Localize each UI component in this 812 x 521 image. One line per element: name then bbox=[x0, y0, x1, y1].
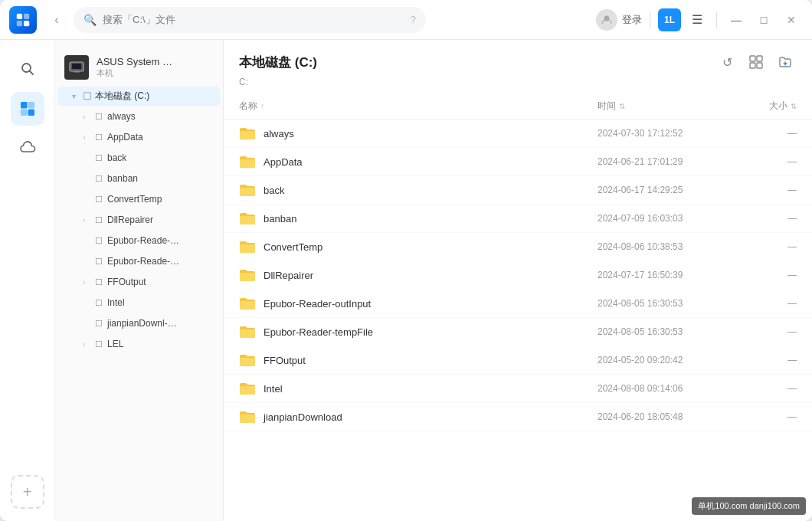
sort-size-icon: ⇅ bbox=[791, 102, 797, 110]
svg-rect-2 bbox=[17, 20, 22, 25]
sidebar-search-btn[interactable] bbox=[11, 52, 44, 86]
maximize-button[interactable]: □ bbox=[752, 8, 775, 31]
tree-expand-icon bbox=[78, 317, 90, 329]
close-button[interactable]: ✕ bbox=[780, 8, 803, 31]
icon-btn-1l[interactable]: 1L bbox=[658, 8, 681, 31]
tree-item[interactable]: ☐jianpianDownl-… bbox=[69, 313, 220, 333]
tree-file-icon: ☐ bbox=[93, 255, 105, 267]
col-size[interactable]: 大小 ⇅ bbox=[735, 100, 797, 113]
folder-action-btn[interactable] bbox=[774, 51, 797, 74]
folder-icon bbox=[239, 183, 256, 197]
file-row[interactable]: AppData2024-06-21 17:01:29— bbox=[224, 148, 812, 176]
file-row[interactable]: ConvertTemp2024-08-06 10:38:53— bbox=[224, 233, 812, 261]
search-input[interactable] bbox=[103, 14, 404, 25]
file-row[interactable]: DllRepairer2024-07-17 16:50:39— bbox=[224, 261, 812, 290]
sidebar-cloud-btn[interactable] bbox=[11, 132, 44, 165]
file-list-title-actions: ↺ bbox=[715, 51, 797, 74]
file-time: 2024-08-06 10:38:53 bbox=[598, 241, 735, 252]
view-grid-btn[interactable] bbox=[745, 51, 768, 74]
search-bar: 🔍 ? bbox=[74, 7, 426, 33]
tree-label: ConvertTemp bbox=[107, 194, 162, 205]
file-tree-panel: ASUS System … 本机 ▾ ☐ 本地磁盘 (C:) ›☐always›… bbox=[55, 40, 224, 521]
folder-icon bbox=[239, 155, 256, 169]
tree-file-icon: ☐ bbox=[93, 317, 105, 329]
drive-title: 本地磁盘 (C:) bbox=[239, 54, 317, 71]
file-row[interactable]: Epubor-Reader-outInput2024-08-05 16:30:5… bbox=[224, 290, 812, 318]
tree-children: ›☐always›☐AppData☐back☐banban☐ConvertTem… bbox=[55, 106, 223, 354]
file-row[interactable]: FFOutput2024-05-20 09:20:42— bbox=[224, 346, 812, 375]
tree-label: FFOutput bbox=[107, 277, 146, 287]
tree-item[interactable]: ☐banban bbox=[69, 169, 220, 188]
tree-item[interactable]: ☐Epubor-Reade-… bbox=[69, 231, 220, 251]
tree-item[interactable]: ›☐always bbox=[69, 106, 220, 126]
svg-rect-13 bbox=[74, 71, 80, 73]
login-label[interactable]: 登录 bbox=[622, 13, 642, 27]
tree-expand-icon: › bbox=[78, 214, 90, 226]
tree-item[interactable]: ›☐DllRepairer bbox=[69, 210, 220, 230]
tree-expand-icon: › bbox=[78, 110, 90, 123]
disk-expand-icon: ▾ bbox=[67, 90, 80, 103]
svg-rect-12 bbox=[72, 64, 81, 69]
user-area[interactable]: 登录 bbox=[596, 9, 642, 31]
tree-item[interactable]: ☐Epubor-Reade-… bbox=[69, 251, 220, 271]
file-row-name: Intel bbox=[239, 382, 598, 395]
file-row[interactable]: Intel2024-08-08 09:14:06— bbox=[224, 375, 812, 403]
file-size: — bbox=[735, 270, 797, 280]
nav-back-button[interactable]: ‹ bbox=[46, 9, 67, 31]
tree-item[interactable]: ☐Intel bbox=[69, 293, 220, 313]
tree-label: LEL bbox=[107, 339, 123, 349]
sidebar-desktop-btn[interactable] bbox=[11, 92, 44, 126]
file-list-title: 本地磁盘 (C:) ↺ bbox=[239, 51, 797, 74]
file-row[interactable]: banban2024-07-09 16:03:03— bbox=[224, 205, 812, 233]
file-time: 2024-07-09 16:03:03 bbox=[598, 213, 735, 224]
device-icon bbox=[64, 55, 89, 80]
search-help-icon[interactable]: ? bbox=[411, 14, 416, 25]
file-size: — bbox=[735, 156, 797, 167]
svg-rect-0 bbox=[17, 13, 22, 18]
file-row-name: back bbox=[239, 183, 598, 197]
disk-icon: ☐ bbox=[83, 90, 92, 102]
refresh-btn[interactable]: ↺ bbox=[715, 51, 738, 74]
folder-icon bbox=[239, 297, 256, 310]
svg-rect-15 bbox=[757, 56, 762, 61]
file-row[interactable]: Epubor-Reader-tempFile2024-08-05 16:30:5… bbox=[224, 318, 812, 346]
col-time[interactable]: 时间 ⇅ bbox=[598, 100, 735, 113]
tree-expand-icon bbox=[78, 193, 90, 205]
tree-expand-icon: › bbox=[78, 131, 90, 143]
tree-item[interactable]: ☐ConvertTemp bbox=[69, 189, 220, 209]
folder-icon bbox=[239, 410, 256, 424]
file-name-text: FFOutput bbox=[264, 355, 306, 366]
col-name[interactable]: 名称 ↑ bbox=[239, 100, 598, 113]
divider2 bbox=[716, 12, 717, 28]
tree-file-icon: ☐ bbox=[93, 214, 105, 226]
menu-icon-btn[interactable]: ☰ bbox=[686, 8, 709, 31]
disk-item-c[interactable]: ▾ ☐ 本地磁盘 (C:) bbox=[58, 87, 220, 106]
file-name-text: always bbox=[264, 128, 294, 139]
tree-file-icon: ☐ bbox=[93, 110, 105, 123]
file-row[interactable]: jianpianDownload2024-06-20 18:05:48— bbox=[224, 403, 812, 431]
device-name: ASUS System … bbox=[97, 56, 214, 67]
tree-item[interactable]: ☐back bbox=[69, 148, 220, 168]
folder-icon bbox=[239, 353, 256, 367]
tree-file-icon: ☐ bbox=[93, 297, 105, 309]
file-row[interactable]: back2024-06-17 14:29:25— bbox=[224, 176, 812, 205]
file-row-name: ConvertTemp bbox=[239, 240, 598, 254]
folder-icon bbox=[239, 268, 256, 282]
device-item[interactable]: ASUS System … 本机 bbox=[55, 49, 223, 86]
file-name-text: back bbox=[264, 185, 284, 196]
file-row-name: Epubor-Reader-outInput bbox=[239, 297, 598, 310]
title-bar: ‹ 🔍 ? 登录 1L ☰ — □ ✕ bbox=[0, 0, 812, 40]
svg-rect-7 bbox=[21, 102, 28, 109]
folder-icon bbox=[239, 325, 256, 339]
minimize-button[interactable]: — bbox=[725, 8, 748, 31]
file-name-text: Epubor-Reader-tempFile bbox=[264, 326, 373, 338]
tree-item[interactable]: ›☐LEL bbox=[69, 334, 220, 354]
search-icon: 🔍 bbox=[83, 14, 97, 26]
file-row[interactable]: always2024-07-30 17:12:52— bbox=[224, 120, 812, 148]
tree-item[interactable]: ›☐FFOutput bbox=[69, 272, 220, 292]
file-row-name: FFOutput bbox=[239, 353, 598, 367]
tree-item[interactable]: ›☐AppData bbox=[69, 127, 220, 147]
file-size: — bbox=[735, 326, 797, 337]
file-size: — bbox=[735, 411, 797, 422]
sidebar-add-btn[interactable]: + bbox=[11, 475, 44, 509]
